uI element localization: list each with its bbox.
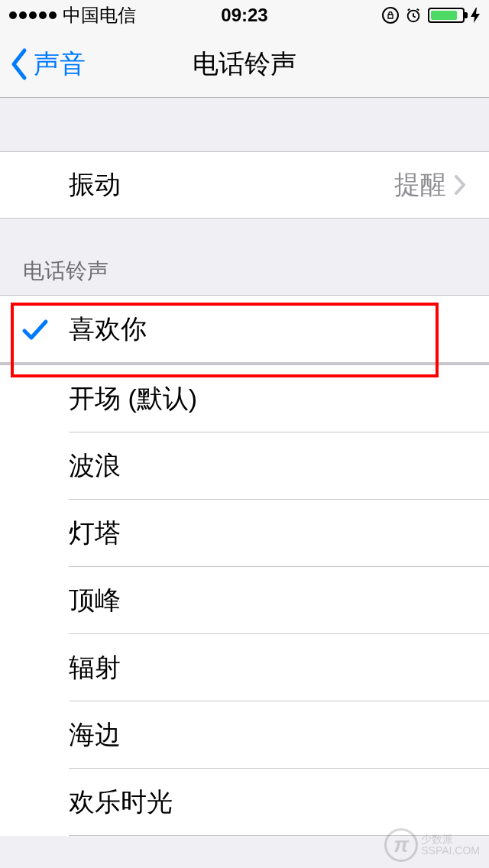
ringtone-name: 灯塔 (69, 516, 466, 551)
vibration-value: 提醒 (394, 167, 446, 202)
ringtone-name: 海边 (69, 717, 466, 753)
ringtone-name: 喜欢你 (69, 312, 466, 347)
battery-icon (428, 8, 465, 23)
charging-icon (471, 8, 480, 23)
ringtone-item[interactable]: 欢乐时光 (0, 769, 489, 836)
back-button[interactable]: 声音 (0, 47, 86, 82)
ringtone-name: 顶峰 (69, 583, 466, 618)
ringtone-item[interactable]: 顶峰 (0, 567, 489, 634)
status-left: 中国电信 (9, 3, 136, 28)
ringtone-name: 辐射 (69, 650, 466, 685)
watermark-brand: 少数派 (421, 834, 480, 845)
ringtone-item[interactable]: 灯塔 (0, 500, 489, 567)
ringtone-item[interactable]: 海边 (0, 701, 489, 769)
orientation-lock-icon (382, 7, 399, 24)
ringtone-list: 喜欢你 开场 (默认) 波浪 灯塔 顶峰 辐射 海边 欢乐时光 (0, 295, 489, 836)
vibration-cell[interactable]: 振动 提醒 (0, 151, 489, 219)
ringtone-name: 开场 (默认) (69, 381, 466, 416)
checkmark-icon (21, 316, 49, 343)
watermark-logo-icon: π (384, 828, 418, 862)
ringtone-item[interactable]: 辐射 (0, 634, 489, 701)
carrier-label: 中国电信 (63, 3, 136, 28)
signal-strength-icon (9, 11, 57, 19)
ringtone-name: 波浪 (69, 449, 466, 484)
status-time: 09:23 (221, 5, 267, 26)
ringtone-section-header: 电话铃声 (0, 219, 489, 295)
section-label: 电话铃声 (23, 257, 108, 286)
ringtone-item[interactable]: 开场 (默认) (0, 365, 489, 432)
alarm-icon (405, 7, 422, 24)
section-spacer (0, 98, 489, 151)
vibration-label: 振动 (69, 167, 394, 202)
navigation-bar: 声音 电话铃声 (0, 31, 489, 98)
status-bar: 中国电信 09:23 (0, 0, 489, 31)
ringtone-item[interactable]: 波浪 (0, 432, 489, 500)
page-title: 电话铃声 (193, 47, 296, 82)
ringtone-item-selected[interactable]: 喜欢你 (0, 295, 489, 362)
ringtone-name: 欢乐时光 (69, 785, 466, 820)
back-label: 声音 (34, 47, 86, 82)
chevron-right-icon (454, 174, 466, 196)
watermark-url: SSPAI.COM (421, 845, 480, 857)
watermark: π 少数派 SSPAI.COM (384, 828, 480, 862)
status-right (382, 7, 480, 24)
chevron-left-icon (9, 47, 29, 81)
